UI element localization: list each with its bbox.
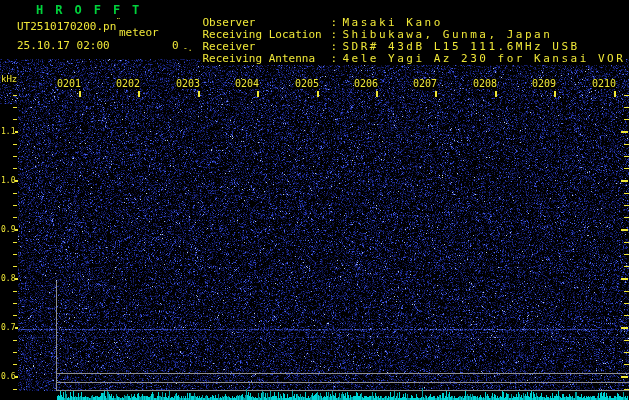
antenna-value: 4ele Yagi Az 230 for Kansai VOR	[343, 52, 626, 65]
observation-note: meteor	[119, 27, 159, 38]
time-tick-label: 0210	[592, 79, 616, 89]
app-title: HROFFT	[36, 4, 151, 16]
time-tick-label: 0204	[235, 79, 259, 89]
time-tick-label: 0201	[57, 79, 81, 89]
time-tick-label: 0207	[413, 79, 437, 89]
time-tick-label: 0208	[473, 79, 497, 89]
freq-tick-label: 1.1	[1, 128, 15, 136]
freq-tick-label: 0.7	[1, 324, 15, 332]
time-tick-label: 0203	[176, 79, 200, 89]
output-filename: UT2510170200.pn	[17, 21, 116, 32]
time-tick-label: 0206	[354, 79, 378, 89]
freq-tick-label: 1.0	[1, 177, 15, 185]
separator: :	[331, 52, 343, 65]
time-tick-label: 0205	[295, 79, 319, 89]
antenna-label: Receiving Antenna	[203, 52, 331, 65]
time-tick-label: 0209	[532, 79, 556, 89]
freq-tick-label: 0.9	[1, 226, 15, 234]
freq-tick-label: 0.6	[1, 373, 15, 381]
hrofft-window: HROFFT UT2510170200.pn ¨ meteor 25.10.17…	[0, 0, 629, 400]
datetime-label: 25.10.17 02:00	[17, 40, 110, 51]
time-tick-label: 0202	[116, 79, 140, 89]
frequency-unit-label: kHz	[1, 75, 17, 84]
metadata-row: Receiving Antenna:4ele Yagi Az 230 for K…	[176, 39, 625, 78]
freq-tick-label: 0.8	[1, 275, 15, 283]
